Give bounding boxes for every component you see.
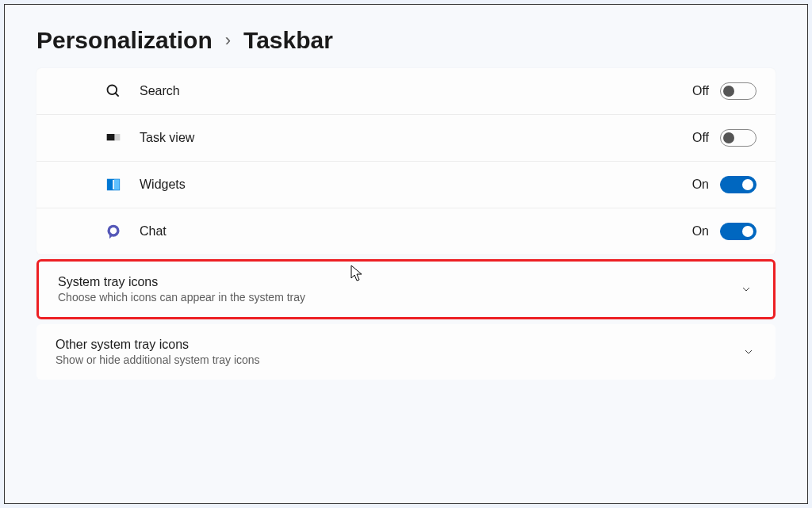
search-toggle[interactable]: [720, 82, 756, 100]
widgets-icon: [90, 177, 136, 193]
expander-subtitle: Choose which icons can appear in the sys…: [58, 291, 738, 304]
toggle-state-text: Off: [692, 84, 709, 98]
toggle-label: Widgets: [140, 178, 692, 192]
system-tray-icons-expander[interactable]: System tray icons Choose which icons can…: [36, 259, 776, 319]
expander-subtitle: Show or hide additional system tray icon…: [56, 353, 741, 366]
svg-point-8: [110, 227, 117, 234]
chevron-right-icon: ›: [225, 30, 231, 51]
toggle-label: Task view: [140, 131, 692, 145]
breadcrumb: Personalization › Taskbar: [36, 27, 776, 54]
taskbar-item-search: Search Off: [36, 68, 776, 115]
toggle-state-text: Off: [692, 131, 709, 145]
svg-rect-3: [115, 134, 121, 140]
chat-toggle[interactable]: [720, 223, 756, 240]
svg-line-1: [116, 94, 119, 97]
taskbar-item-widgets: Widgets On: [36, 162, 776, 208]
taskbar-items-card: Search Off Task view Off Widgets On Chat: [36, 68, 776, 254]
breadcrumb-current: Taskbar: [243, 27, 333, 54]
svg-rect-5: [108, 179, 113, 189]
taskbar-item-taskview: Task view Off: [36, 115, 776, 162]
toggle-state-text: On: [692, 178, 709, 192]
widgets-toggle[interactable]: [720, 176, 756, 193]
other-system-tray-icons-expander[interactable]: Other system tray icons Show or hide add…: [36, 324, 776, 380]
breadcrumb-parent[interactable]: Personalization: [36, 27, 213, 54]
svg-point-0: [108, 86, 117, 95]
toggle-label: Search: [140, 84, 692, 98]
expander-title: System tray icons: [58, 275, 738, 289]
toggle-label: Chat: [140, 224, 692, 239]
svg-rect-6: [114, 179, 120, 189]
chat-icon: [90, 223, 136, 239]
search-icon: [90, 83, 136, 99]
svg-rect-2: [107, 134, 115, 140]
taskview-icon: [90, 130, 136, 146]
chevron-down-icon: [741, 344, 756, 360]
taskbar-item-chat: Chat On: [36, 208, 776, 254]
toggle-state-text: On: [692, 224, 709, 239]
chevron-down-icon: [738, 281, 754, 297]
expander-title: Other system tray icons: [56, 338, 741, 352]
taskview-toggle[interactable]: [720, 129, 756, 147]
